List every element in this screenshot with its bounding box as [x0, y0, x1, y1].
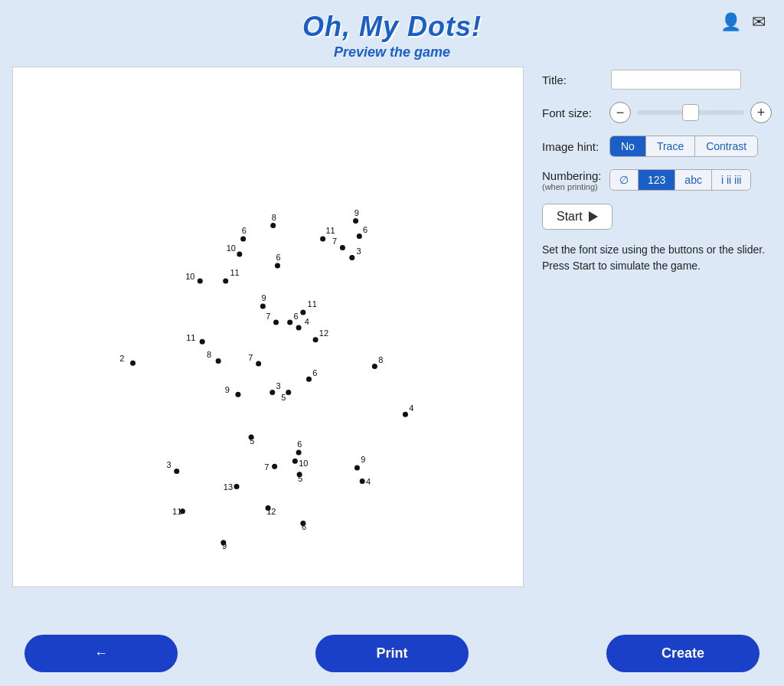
svg-point-58: [272, 464, 277, 469]
svg-text:6: 6: [297, 439, 302, 449]
svg-point-44: [306, 377, 312, 382]
svg-point-52: [403, 412, 408, 417]
svg-point-28: [287, 320, 292, 325]
image-hint-row: Image hint: No Trace Contrast: [542, 136, 772, 157]
svg-text:2: 2: [119, 354, 124, 363]
print-button[interactable]: Print: [315, 635, 469, 672]
svg-point-20: [223, 278, 228, 283]
back-arrow-icon: ←: [94, 645, 108, 662]
svg-text:6: 6: [242, 226, 247, 235]
svg-text:7: 7: [248, 353, 253, 362]
svg-text:5: 5: [298, 474, 302, 483]
title-row: Title:: [542, 70, 772, 90]
svg-text:11: 11: [325, 226, 335, 235]
svg-text:8: 8: [378, 355, 383, 364]
num-roman-button[interactable]: i ii iii: [712, 170, 750, 190]
svg-point-46: [235, 392, 240, 397]
main-content: 9673811610610119117641211872869354567103…: [0, 67, 784, 621]
svg-text:10: 10: [299, 459, 308, 468]
image-hint-buttons: No Trace Contrast: [609, 136, 758, 157]
numbering-label-group: Numbering: (when printing): [542, 169, 603, 191]
svg-text:10: 10: [227, 243, 236, 253]
svg-text:11: 11: [172, 507, 181, 516]
svg-point-68: [360, 479, 365, 484]
svg-text:4: 4: [409, 403, 413, 413]
svg-text:5: 5: [250, 436, 254, 446]
svg-text:3: 3: [357, 247, 361, 256]
svg-point-16: [275, 263, 280, 268]
title-label: Title:: [542, 74, 603, 87]
start-row: Start: [542, 204, 772, 230]
svg-point-66: [354, 466, 360, 471]
svg-text:8: 8: [207, 350, 211, 359]
user-icon[interactable]: 👤: [720, 12, 741, 32]
svg-point-12: [240, 237, 246, 242]
svg-point-40: [130, 361, 136, 366]
font-size-plus-button[interactable]: +: [750, 102, 772, 123]
svg-point-26: [273, 320, 279, 325]
create-label: Create: [662, 645, 704, 662]
image-hint-label: Image hint:: [542, 140, 603, 153]
svg-point-8: [270, 223, 276, 228]
right-panel: Title: Font size: − + Image hint: No Tra…: [542, 67, 772, 274]
svg-text:11: 11: [308, 299, 317, 309]
svg-point-14: [237, 252, 242, 257]
start-label: Start: [557, 210, 583, 224]
create-button[interactable]: Create: [606, 635, 760, 672]
svg-point-70: [234, 484, 240, 489]
svg-text:11: 11: [186, 333, 195, 342]
svg-point-42: [372, 364, 377, 369]
num-123-button[interactable]: 123: [639, 170, 675, 190]
svg-text:6: 6: [293, 312, 298, 321]
start-button[interactable]: Start: [542, 204, 612, 230]
svg-point-4: [340, 245, 345, 250]
dot-canvas: 9673811610610119117641211872869354567103…: [12, 67, 524, 587]
svg-text:9: 9: [222, 541, 227, 550]
title-input[interactable]: [611, 70, 741, 90]
num-none-button[interactable]: ∅: [610, 170, 639, 190]
svg-text:3: 3: [276, 381, 281, 390]
svg-point-32: [313, 337, 318, 342]
numbering-buttons: ∅ 123 abc i ii iii: [609, 169, 751, 191]
hint-no-button[interactable]: No: [610, 136, 646, 156]
hint-trace-button[interactable]: Trace: [646, 136, 695, 156]
num-abc-button[interactable]: abc: [675, 170, 712, 190]
svg-text:7: 7: [264, 462, 269, 472]
header: 👤 ✉ Oh, My Dots! Preview the game: [0, 0, 784, 67]
svg-text:4: 4: [366, 477, 371, 486]
font-size-minus-button[interactable]: −: [609, 102, 631, 123]
svg-point-22: [260, 304, 266, 309]
svg-point-56: [296, 450, 302, 456]
back-button[interactable]: ←: [24, 635, 178, 672]
svg-text:6: 6: [363, 225, 368, 234]
svg-text:10: 10: [185, 272, 194, 281]
svg-point-36: [216, 358, 221, 364]
font-size-slider-track[interactable]: [637, 110, 744, 115]
mail-icon[interactable]: ✉: [752, 12, 766, 32]
svg-point-2: [357, 234, 362, 239]
svg-text:3: 3: [166, 460, 171, 469]
hint-contrast-button[interactable]: Contrast: [695, 136, 757, 156]
svg-point-48: [270, 390, 275, 395]
svg-point-60: [292, 459, 298, 464]
svg-text:11: 11: [230, 268, 239, 277]
help-text: Set the font size using the buttons or t…: [542, 242, 772, 274]
svg-text:9: 9: [354, 208, 359, 217]
svg-text:7: 7: [266, 312, 270, 321]
svg-text:5: 5: [281, 393, 286, 402]
svg-point-24: [300, 309, 305, 315]
font-size-slider-thumb[interactable]: [682, 104, 699, 121]
font-size-row: Font size: − +: [542, 102, 772, 123]
svg-point-34: [200, 339, 205, 345]
svg-text:9: 9: [261, 293, 266, 302]
svg-point-62: [174, 469, 179, 474]
svg-point-38: [256, 361, 261, 367]
svg-text:12: 12: [319, 328, 328, 338]
svg-text:9: 9: [361, 455, 365, 464]
svg-point-18: [198, 278, 203, 283]
font-size-label: Font size:: [542, 106, 603, 119]
svg-point-30: [296, 325, 302, 331]
svg-text:7: 7: [332, 237, 337, 246]
svg-text:4: 4: [305, 317, 309, 326]
svg-point-0: [353, 218, 358, 224]
